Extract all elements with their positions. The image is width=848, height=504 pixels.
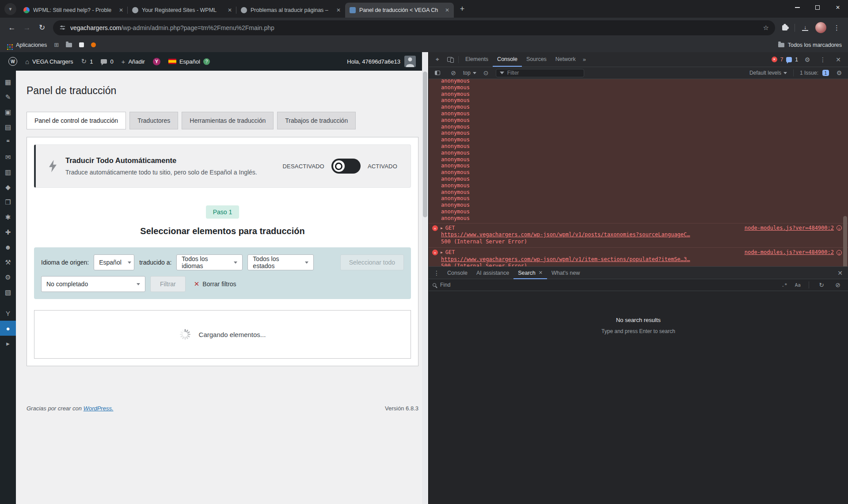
tab-elements[interactable]: Elements [461, 52, 493, 67]
comments-menu[interactable]: 0 [97, 52, 117, 71]
status-select[interactable]: Todos los estados [247, 254, 314, 270]
more-tabs-icon[interactable]: » [580, 56, 589, 63]
tab-close-icon[interactable]: ✕ [119, 7, 123, 13]
stack-frame[interactable]: anonymous [441, 169, 848, 176]
tab-close-icon[interactable]: ✕ [336, 7, 341, 13]
console-sidebar-icon[interactable] [431, 67, 444, 79]
close-button[interactable]: ✕ [828, 0, 848, 15]
tab-network[interactable]: Network [551, 52, 580, 67]
help-icon[interactable]: ? [203, 58, 210, 65]
sidebar-item-dashboard[interactable]: ▦ [0, 74, 16, 89]
minimize-button[interactable] [787, 0, 807, 15]
drawer-menu-icon[interactable]: ⋮ [430, 267, 443, 279]
tab-close-icon[interactable]: ✕ [228, 7, 232, 13]
initiator-icon[interactable]: ☰ [837, 250, 842, 255]
clear-console-icon[interactable]: ⊘ [447, 67, 460, 79]
request-url-link[interactable]: https://www.vegachargers.com/wp-json/wpm… [441, 256, 690, 262]
stack-frame[interactable]: anonymous [441, 176, 848, 182]
browser-tab-3[interactable]: Problemas al traducir páginas – ✕ [236, 3, 345, 18]
devtools-menu-icon[interactable]: ⋮ [817, 53, 829, 66]
bookmark-folder-icon[interactable] [66, 43, 72, 47]
tab-sources[interactable]: Sources [522, 52, 551, 67]
stack-frame[interactable]: anonymous [441, 202, 848, 208]
forward-button[interactable]: → [19, 20, 34, 35]
sidebar-item-pages[interactable]: ▤ [0, 119, 16, 134]
sidebar-item-yoast[interactable]: Y [0, 306, 16, 321]
stack-frame[interactable]: anonymous [441, 97, 848, 104]
expand-icon[interactable]: ▶ [441, 225, 443, 232]
stack-frame[interactable]: anonymous [441, 79, 848, 84]
clear-filters-link[interactable]: ✕ Borrar filtros [194, 280, 236, 288]
stack-frame[interactable]: anonymous [441, 84, 848, 91]
device-toolbar-icon[interactable] [444, 53, 456, 66]
request-url-link[interactable]: https://www.vegachargers.com/wp-json/wpm… [441, 231, 690, 238]
sidebar-item-analytics[interactable]: ▥ [0, 164, 16, 179]
sidebar-item-contact[interactable]: ✉ [0, 149, 16, 164]
issues-label[interactable]: 1 Issue: [800, 70, 818, 76]
expand-icon[interactable]: ▶ [441, 249, 443, 256]
source-link[interactable]: node-modules.js?ver=484900:2 [745, 225, 834, 232]
tab-search-icon[interactable]: ▼ [4, 3, 16, 15]
sidebar-item-wpml[interactable]: ● [0, 321, 16, 336]
sidebar-item-posts[interactable]: ✎ [0, 89, 16, 104]
browser-tab-active[interactable]: Panel de traducción < VEGA Ch ✕ [345, 3, 454, 18]
sidebar-item-templates[interactable]: ❒ [0, 194, 16, 209]
filter-button[interactable]: Filtrar [150, 276, 186, 292]
select-all-button[interactable]: Seleccionar todo [340, 254, 404, 270]
drawer-tab-ai-assistance[interactable]: AI assistance [472, 267, 513, 279]
bookmark-grid-icon[interactable]: ⊞ [54, 42, 59, 48]
maximize-button[interactable] [807, 0, 828, 15]
match-case-toggle[interactable]: Aa [793, 281, 802, 289]
drawer-tab-search[interactable]: Search ✕ [513, 267, 547, 279]
drawer-tab-whats-new[interactable]: What's new [547, 267, 584, 279]
stack-frame[interactable]: anonymous [441, 189, 848, 196]
console-scrollbar-thumb[interactable] [843, 216, 847, 266]
sidebar-item-media[interactable]: ▣ [0, 104, 16, 119]
tab-translators[interactable]: Traductores [129, 112, 178, 129]
stack-frame[interactable]: anonymous [441, 163, 848, 169]
sidebar-item-plugins[interactable]: ✚ [0, 224, 16, 239]
sidebar-item-modules[interactable]: ▧ [0, 284, 16, 299]
stack-frame[interactable]: anonymous [441, 124, 848, 130]
tab-close-icon[interactable]: ✕ [445, 7, 449, 13]
sidebar-collapse[interactable]: ▸ [0, 336, 16, 351]
source-language-select[interactable]: Español [94, 254, 134, 270]
account-menu[interactable]: Hola, 47696d7a6e13 [347, 56, 418, 67]
console-filter[interactable] [496, 69, 584, 77]
stack-frame[interactable]: anonymous [441, 117, 848, 124]
updates-menu[interactable]: ↻ 1 [77, 52, 97, 71]
stack-frame[interactable]: anonymous [441, 104, 848, 110]
target-language-select[interactable]: Todos los idiomas [176, 254, 243, 270]
sidebar-item-tools[interactable]: ⚒ [0, 254, 16, 269]
page-scrollbar[interactable] [422, 52, 428, 504]
ate-toggle[interactable] [331, 159, 361, 174]
stack-frame[interactable]: anonymous [441, 195, 848, 202]
sidebar-item-comments[interactable]: ❝ [0, 134, 16, 149]
back-button[interactable]: ← [4, 20, 19, 35]
stack-frame[interactable]: anonymous [441, 91, 848, 98]
site-info-icon[interactable] [59, 24, 66, 31]
language-switcher[interactable]: Español ? [164, 52, 214, 71]
stack-frame[interactable]: anonymous [441, 110, 848, 117]
log-levels-select[interactable]: Default levels [749, 70, 787, 76]
settings-gear-icon[interactable]: ⚙ [801, 53, 814, 66]
drawer-tab-console[interactable]: Console [443, 267, 472, 279]
sidebar-item-users[interactable]: ☻ [0, 239, 16, 254]
new-tab-button[interactable]: + [456, 3, 468, 15]
stack-frame[interactable]: anonymous [441, 156, 848, 163]
yoast-menu[interactable]: Y [149, 52, 164, 71]
extensions-icon[interactable] [782, 25, 787, 30]
stack-frame[interactable]: anonymous [441, 150, 848, 156]
scrollbar-thumb[interactable] [423, 72, 427, 217]
bookmark-favicon[interactable] [91, 42, 96, 47]
site-name-menu[interactable]: ⌂ VEGA Chargers [21, 52, 77, 71]
clear-search-icon[interactable]: ⊘ [832, 279, 844, 291]
context-selector[interactable]: top [463, 70, 476, 76]
initiator-icon[interactable]: ☰ [837, 225, 842, 231]
live-expression-eye-icon[interactable]: ⊙ [480, 67, 492, 79]
stack-frame[interactable]: anonymous [441, 208, 848, 215]
error-count-icon[interactable]: ✕ [772, 57, 777, 62]
stack-frame[interactable]: anonymous [441, 215, 848, 222]
all-bookmarks[interactable]: Todos los marcadores [778, 42, 842, 48]
search-input[interactable] [440, 282, 776, 288]
